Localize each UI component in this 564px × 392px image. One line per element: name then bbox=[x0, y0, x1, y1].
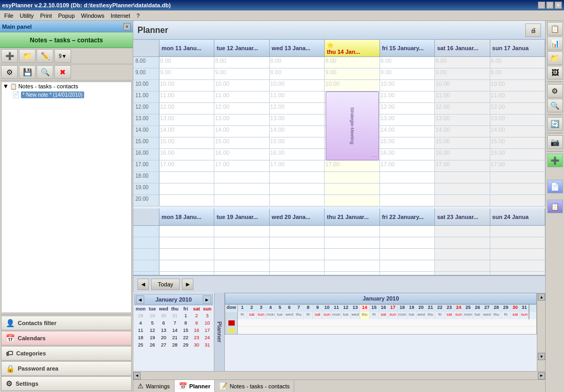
menu-file[interactable]: File bbox=[1, 11, 17, 20]
week1-day6[interactable]: sun 17 Janua bbox=[490, 40, 545, 56]
minimize-button[interactable]: _ bbox=[538, 2, 545, 9]
mini-cal-cell[interactable]: 22 bbox=[180, 334, 191, 341]
today-button[interactable]: Today bbox=[151, 279, 180, 290]
week2-day0[interactable]: mon 18 Janu... bbox=[159, 209, 214, 225]
calendars-button[interactable]: 📅 Calendars bbox=[1, 331, 132, 345]
rt-btn8[interactable]: 📷 bbox=[547, 135, 563, 149]
rt-btn5[interactable]: ⚙ bbox=[547, 84, 563, 98]
appointment-block[interactable]: Strategie-Meeting ····· bbox=[326, 91, 378, 160]
settings-nav-button[interactable]: ⚙ Settings bbox=[1, 376, 132, 391]
mini-cal-cell[interactable]: 10 bbox=[202, 319, 213, 327]
mini-cal-cell[interactable]: 2 bbox=[191, 312, 202, 319]
settings-button[interactable]: ⚙ bbox=[1, 65, 18, 79]
week2-day5[interactable]: sat 23 Januar... bbox=[435, 209, 490, 225]
h-scrollbar[interactable]: ◄ ► bbox=[133, 371, 545, 379]
mini-cal-cell[interactable]: 18 bbox=[134, 334, 147, 341]
week1-day4[interactable]: fri 15 January... bbox=[380, 40, 435, 56]
mini-cal-cell[interactable]: 3 bbox=[202, 312, 213, 319]
menu-internet[interactable]: Internet bbox=[108, 11, 133, 20]
mini-cal-cell[interactable]: 16 bbox=[191, 327, 202, 334]
mini-cal-cell[interactable]: 30 bbox=[158, 312, 169, 319]
menu-windows[interactable]: Windows bbox=[78, 11, 108, 20]
mini-cal-cell[interactable]: 27 bbox=[158, 341, 169, 349]
rt-btn4[interactable]: 🖼 bbox=[547, 66, 563, 79]
mini-cal-cell[interactable]: 23 bbox=[191, 334, 202, 341]
mini-cal-cell[interactable]: 5 bbox=[147, 319, 158, 327]
mini-cal-cell[interactable]: 31 bbox=[202, 341, 213, 349]
mini-cal-next[interactable]: ► bbox=[203, 295, 211, 304]
next-period-button[interactable]: ► bbox=[182, 279, 193, 290]
week2-day2[interactable]: wed 20 Jana... bbox=[270, 209, 325, 225]
status-notes[interactable]: 📝 Notes - tasks - contacts bbox=[215, 380, 294, 392]
week2-day3[interactable]: thu 21 Januar... bbox=[325, 209, 379, 225]
contacts-filter-button[interactable]: 👤 Contacts filter bbox=[1, 316, 132, 330]
mini-cal-cell[interactable]: 17 bbox=[202, 327, 213, 334]
add-button[interactable]: ➕ bbox=[1, 49, 18, 63]
mini-cal-cell[interactable]: 21 bbox=[169, 334, 180, 341]
menu-help[interactable]: ? bbox=[133, 11, 143, 20]
mini-cal-cell[interactable]: 20 bbox=[158, 334, 169, 341]
mini-cal-cell[interactable]: 7 bbox=[169, 319, 180, 327]
panel-close-button[interactable]: × bbox=[123, 23, 131, 30]
mini-cal-cell[interactable]: 13 bbox=[158, 327, 169, 334]
mini-cal-cell[interactable]: 12 bbox=[147, 327, 158, 334]
save-button[interactable]: 💾 bbox=[19, 65, 36, 79]
mini-cal-cell[interactable]: 29 bbox=[180, 341, 191, 349]
scroll-right-btn[interactable]: ► bbox=[538, 372, 545, 379]
mini-cal-cell[interactable]: 24 bbox=[202, 334, 213, 341]
scroll-up-btn[interactable]: ▲ bbox=[538, 293, 545, 301]
edit-button[interactable]: ✏️ bbox=[37, 49, 53, 63]
mini-cal-cell[interactable]: 30 bbox=[191, 341, 202, 349]
menu-print[interactable]: Print bbox=[37, 11, 55, 20]
mini-cal-cell[interactable]: 26 bbox=[147, 341, 158, 349]
close-button[interactable]: × bbox=[555, 2, 562, 9]
mini-cal-cell[interactable]: 25 bbox=[134, 341, 147, 349]
right-scrollbar[interactable]: ▲ ▼ bbox=[537, 293, 545, 371]
rt-btn9[interactable]: ➕ bbox=[547, 154, 563, 167]
week2-day6[interactable]: sun 24 Janua bbox=[490, 209, 545, 225]
scroll-down-btn[interactable]: ▼ bbox=[538, 353, 545, 360]
mini-cal-cell[interactable]: 19 bbox=[147, 334, 158, 341]
menu-popup[interactable]: Popup bbox=[55, 11, 78, 20]
week2-day4[interactable]: fri 22 January... bbox=[380, 209, 435, 225]
week1-day5[interactable]: sat 16 Januar... bbox=[435, 40, 490, 56]
week1-day2[interactable]: wed 13 Jana... bbox=[270, 40, 325, 56]
rt-btn2[interactable]: 📊 bbox=[547, 37, 563, 50]
rt-btn1[interactable]: 📋 bbox=[547, 22, 563, 36]
planner-print-button[interactable]: 🖨 bbox=[525, 24, 541, 37]
week2-day1[interactable]: tue 19 Januar... bbox=[214, 209, 269, 225]
scroll-left-btn[interactable]: ◄ bbox=[133, 372, 141, 379]
search-button[interactable]: 🔍 bbox=[37, 65, 53, 79]
prev-period-button[interactable]: ◄ bbox=[137, 279, 149, 290]
week1-day0[interactable]: mon 11 Janu... bbox=[159, 40, 214, 56]
mini-cal-cell[interactable]: 28 bbox=[169, 341, 180, 349]
rt-btn10[interactable]: 📄 bbox=[547, 180, 563, 193]
mini-cal-cell[interactable]: 29 bbox=[147, 312, 158, 319]
mini-cal-cell[interactable]: 11 bbox=[134, 327, 147, 334]
mini-cal-cell today-cell[interactable]: 14 bbox=[169, 327, 180, 334]
status-warnings[interactable]: ⚠ Warnings bbox=[133, 380, 175, 392]
rt-btn7[interactable]: 🔄 bbox=[547, 117, 563, 131]
delete-button[interactable]: ✖ bbox=[54, 65, 71, 79]
tree-child[interactable]: 📄 * New note * (14/01/2010) bbox=[2, 90, 131, 99]
maximize-button[interactable]: □ bbox=[546, 2, 554, 9]
rt-btn6[interactable]: 🔍 bbox=[547, 99, 563, 112]
categories-button[interactable]: 🏷 Categories bbox=[1, 346, 132, 361]
mini-cal-cell[interactable]: 8 bbox=[180, 319, 191, 327]
mini-cal-cell[interactable]: 4 bbox=[134, 319, 147, 327]
mini-cal-cell[interactable]: 6 bbox=[158, 319, 169, 327]
password-area-button[interactable]: 🔒 Password area bbox=[1, 361, 132, 376]
tree-root[interactable]: ▼ 📋 Notes - tasks - contacts bbox=[2, 82, 131, 90]
mini-cal-cell[interactable]: 1 bbox=[180, 312, 191, 319]
folder-button[interactable]: 📁 bbox=[19, 49, 36, 63]
rt-btn3[interactable]: 📁 bbox=[547, 51, 563, 65]
mini-cal-cell[interactable]: 31 bbox=[169, 312, 180, 319]
mini-cal-prev[interactable]: ◄ bbox=[136, 295, 144, 304]
week1-day3-today[interactable]: ⭐ thu 14 Jan... bbox=[325, 40, 379, 56]
mini-cal-cell[interactable]: 15 bbox=[180, 327, 191, 334]
mini-cal-cell[interactable]: 9 bbox=[191, 319, 202, 327]
rt-btn11[interactable]: 📋 bbox=[547, 200, 563, 213]
mini-cal-cell[interactable]: 28 bbox=[134, 312, 147, 319]
menu-utility[interactable]: Utility bbox=[17, 11, 37, 20]
number-dropdown[interactable]: 9▼ bbox=[54, 49, 71, 63]
